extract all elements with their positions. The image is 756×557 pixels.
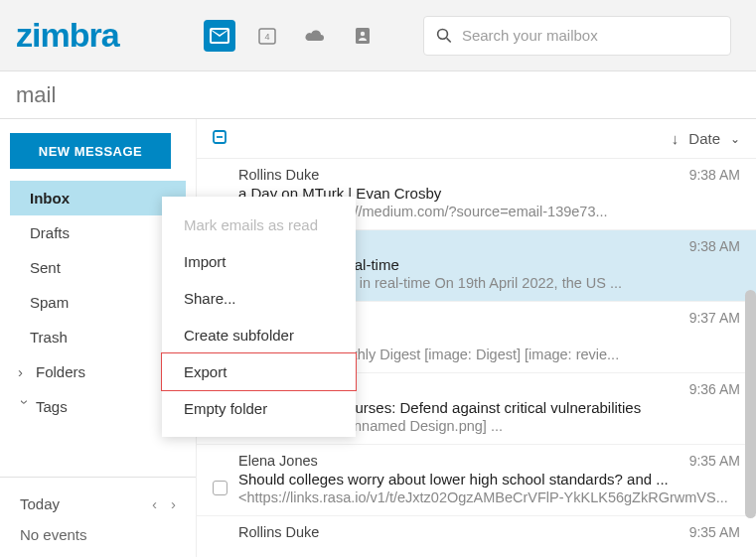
message-list-header: ↓ Date ⌄ (197, 119, 756, 159)
svg-line-5 (446, 38, 450, 42)
brand-logo: zimbra (16, 16, 119, 55)
mini-calendar: Today ‹ › No events (0, 477, 196, 543)
folder-spam[interactable]: Spam (10, 285, 186, 320)
ctx-mark-read: Mark emails as read (162, 207, 356, 243)
message-row[interactable]: Elena Jones9:35 AM Should colleges worry… (197, 445, 756, 516)
svg-point-4 (437, 29, 447, 39)
calendar-next-icon[interactable]: › (171, 495, 176, 512)
ctx-import[interactable]: Import (162, 243, 356, 280)
calendar-today-label: Today (20, 495, 60, 512)
new-message-button[interactable]: NEW MESSAGE (10, 133, 171, 169)
ctx-empty-folder[interactable]: Empty folder (162, 390, 356, 427)
folder-drafts[interactable]: Drafts (10, 215, 186, 250)
section-header: mail (0, 71, 756, 119)
calendar-noevents: No events (10, 526, 186, 543)
sort-direction-icon[interactable]: ↓ (672, 130, 680, 147)
folder-trash[interactable]: Trash (10, 320, 186, 354)
svg-point-3 (360, 31, 364, 35)
calendar-icon[interactable]: 4 (251, 20, 283, 52)
ctx-create-subfolder[interactable]: Create subfolder (162, 317, 356, 353)
top-bar: zimbra 4 (0, 0, 756, 71)
svg-text:4: 4 (264, 32, 269, 42)
search-box[interactable] (423, 16, 731, 56)
mail-icon[interactable] (204, 20, 235, 52)
chevron-right-icon: › (18, 363, 32, 380)
context-menu: Mark emails as read Import Share... Crea… (162, 197, 356, 437)
chevron-down-icon: › (17, 400, 34, 414)
chevron-down-icon[interactable]: ⌄ (730, 132, 740, 146)
ctx-share[interactable]: Share... (162, 280, 356, 317)
scrollbar-thumb[interactable] (745, 290, 756, 518)
folder-inbox[interactable]: Inbox (10, 181, 186, 215)
contacts-icon[interactable] (347, 20, 378, 52)
section-title: mail (16, 82, 56, 108)
ctx-export[interactable]: Export (161, 352, 357, 391)
search-input[interactable] (462, 27, 718, 44)
folder-sent[interactable]: Sent (10, 250, 186, 285)
sort-label[interactable]: Date (688, 130, 720, 147)
folder-group-tags[interactable]: › Tags (10, 389, 186, 424)
app-switcher: 4 (204, 20, 378, 52)
search-icon (436, 27, 452, 45)
cloud-icon[interactable] (299, 20, 331, 52)
message-row[interactable]: Rollins Duke9:35 AM (197, 516, 756, 557)
folder-group-folders[interactable]: › Folders (10, 354, 186, 389)
calendar-prev-icon[interactable]: ‹ (152, 495, 157, 512)
collapse-all-icon[interactable] (213, 130, 227, 148)
checkbox[interactable] (213, 481, 227, 495)
